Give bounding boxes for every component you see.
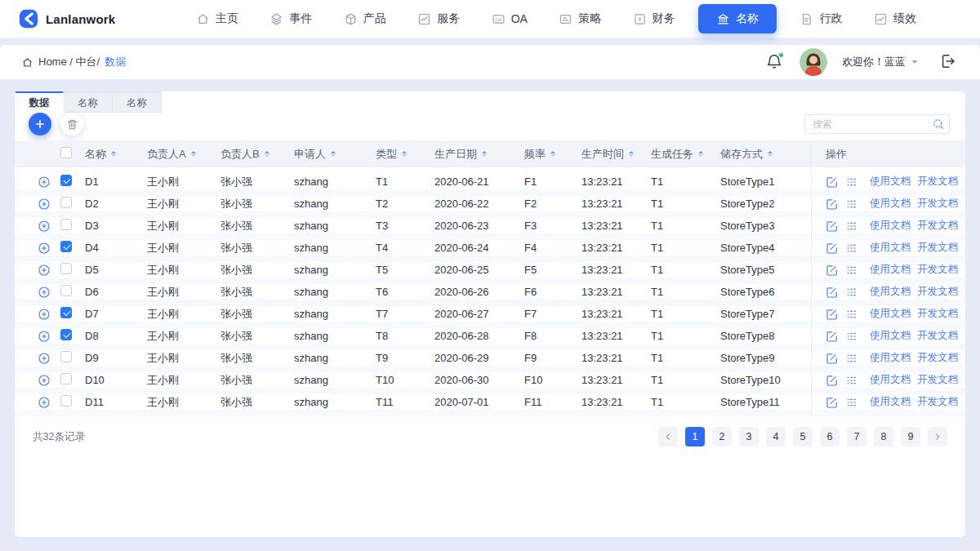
breadcrumb-current[interactable]: 数据	[105, 55, 126, 69]
row-checkbox[interactable]	[60, 241, 72, 252]
column-header[interactable]: 生成任务	[651, 147, 720, 162]
usage-doc-link[interactable]: 使用文档	[870, 175, 911, 189]
expand-row-icon[interactable]	[38, 396, 51, 409]
detail-list-icon[interactable]	[845, 198, 858, 211]
dev-doc-link[interactable]: 开发文档	[917, 197, 958, 211]
page-button[interactable]: 8	[874, 427, 893, 447]
logout-button[interactable]	[939, 52, 959, 72]
usage-doc-link[interactable]: 使用文档	[870, 395, 911, 409]
usage-doc-link[interactable]: 使用文档	[870, 241, 911, 255]
sort-icon[interactable]	[481, 149, 488, 158]
search-input[interactable]	[804, 114, 950, 134]
column-header[interactable]: 储存方式	[720, 147, 811, 162]
nav-item[interactable]: 行政	[791, 6, 850, 32]
expand-row-icon[interactable]	[38, 198, 51, 211]
nav-item[interactable]: 服务	[409, 6, 468, 32]
sort-icon[interactable]	[697, 149, 705, 158]
breadcrumb-path[interactable]: Home / 中台/	[38, 55, 100, 69]
dev-doc-link[interactable]: 开发文档	[917, 241, 958, 255]
column-header[interactable]: 频率	[524, 147, 581, 162]
search-icon[interactable]	[932, 118, 945, 131]
sort-icon[interactable]	[110, 149, 118, 158]
sort-icon[interactable]	[628, 149, 635, 158]
expand-row-icon[interactable]	[38, 264, 51, 277]
dev-doc-link[interactable]: 开发文档	[917, 307, 958, 321]
row-checkbox[interactable]	[60, 175, 72, 186]
column-header[interactable]: 名称	[85, 147, 147, 162]
edit-icon[interactable]	[826, 286, 839, 299]
page-button[interactable]: 7	[847, 427, 866, 447]
page-button[interactable]: 6	[820, 427, 840, 447]
page-button[interactable]: 4	[766, 427, 786, 447]
avatar[interactable]	[800, 48, 827, 76]
tab[interactable]: 数据	[15, 91, 64, 113]
edit-icon[interactable]	[826, 176, 839, 189]
nav-item[interactable]: 绩效	[866, 6, 924, 32]
expand-row-icon[interactable]	[38, 330, 51, 343]
nav-item[interactable]: 策略	[550, 6, 609, 32]
page-button[interactable]: 1	[685, 427, 705, 447]
select-all-checkbox[interactable]	[60, 147, 72, 158]
detail-list-icon[interactable]	[845, 220, 858, 233]
detail-list-icon[interactable]	[845, 286, 858, 299]
expand-row-icon[interactable]	[38, 176, 51, 189]
dev-doc-link[interactable]: 开发文档	[917, 285, 958, 299]
detail-list-icon[interactable]	[845, 330, 858, 343]
nav-item[interactable]: OA OA	[483, 7, 536, 32]
detail-list-icon[interactable]	[845, 242, 858, 255]
edit-icon[interactable]	[826, 264, 839, 277]
page-button[interactable]: 9	[901, 427, 920, 447]
sort-icon[interactable]	[767, 149, 774, 158]
expand-row-icon[interactable]	[38, 352, 51, 365]
usage-doc-link[interactable]: 使用文档	[870, 285, 911, 299]
edit-icon[interactable]	[826, 198, 839, 211]
tab[interactable]: 名称	[64, 91, 113, 113]
usage-doc-link[interactable]: 使用文档	[870, 219, 911, 233]
page-button[interactable]: 5	[793, 427, 813, 447]
user-menu[interactable]: 欢迎你！蓝蓝	[842, 55, 918, 69]
edit-icon[interactable]	[826, 374, 839, 387]
prev-page-button[interactable]	[658, 427, 678, 447]
detail-list-icon[interactable]	[845, 176, 858, 189]
edit-icon[interactable]	[826, 396, 839, 409]
page-button[interactable]: 2	[712, 427, 732, 447]
page-button[interactable]: 3	[739, 427, 759, 447]
brand-logo[interactable]: Lanlanwork	[18, 8, 140, 29]
nav-item[interactable]: ¥ 财务	[625, 6, 684, 32]
dev-doc-link[interactable]: 开发文档	[917, 373, 958, 387]
dev-doc-link[interactable]: 开发文档	[917, 219, 958, 233]
detail-list-icon[interactable]	[845, 352, 858, 365]
column-header[interactable]: 负责人A	[147, 147, 220, 162]
expand-row-icon[interactable]	[38, 308, 51, 321]
row-checkbox[interactable]	[60, 395, 72, 407]
dev-doc-link[interactable]: 开发文档	[917, 395, 958, 409]
edit-icon[interactable]	[826, 352, 839, 365]
column-header[interactable]: 生产日期	[434, 147, 524, 162]
sort-icon[interactable]	[264, 149, 271, 158]
next-page-button[interactable]	[928, 427, 947, 447]
dev-doc-link[interactable]: 开发文档	[917, 329, 958, 343]
column-header[interactable]: 生产时间	[581, 147, 651, 162]
edit-icon[interactable]	[826, 220, 839, 233]
row-checkbox[interactable]	[60, 329, 72, 340]
notification-bell-button[interactable]	[765, 52, 785, 72]
tab[interactable]: 名称	[113, 91, 162, 113]
row-checkbox[interactable]	[60, 219, 72, 230]
detail-list-icon[interactable]	[845, 308, 858, 321]
nav-item[interactable]: 名称	[698, 4, 777, 33]
expand-row-icon[interactable]	[38, 374, 51, 387]
delete-button[interactable]	[60, 113, 83, 136]
row-checkbox[interactable]	[60, 307, 72, 318]
edit-icon[interactable]	[826, 242, 839, 255]
row-checkbox[interactable]	[60, 263, 72, 274]
sort-icon[interactable]	[330, 149, 337, 158]
nav-item[interactable]: 事件	[261, 6, 320, 32]
expand-row-icon[interactable]	[38, 220, 51, 233]
expand-row-icon[interactable]	[38, 242, 51, 255]
edit-icon[interactable]	[826, 308, 839, 321]
column-header[interactable]: 负责人B	[220, 147, 294, 162]
edit-icon[interactable]	[826, 330, 839, 343]
nav-item[interactable]: 产品	[336, 6, 394, 32]
usage-doc-link[interactable]: 使用文档	[870, 197, 911, 211]
sort-icon[interactable]	[190, 149, 198, 158]
